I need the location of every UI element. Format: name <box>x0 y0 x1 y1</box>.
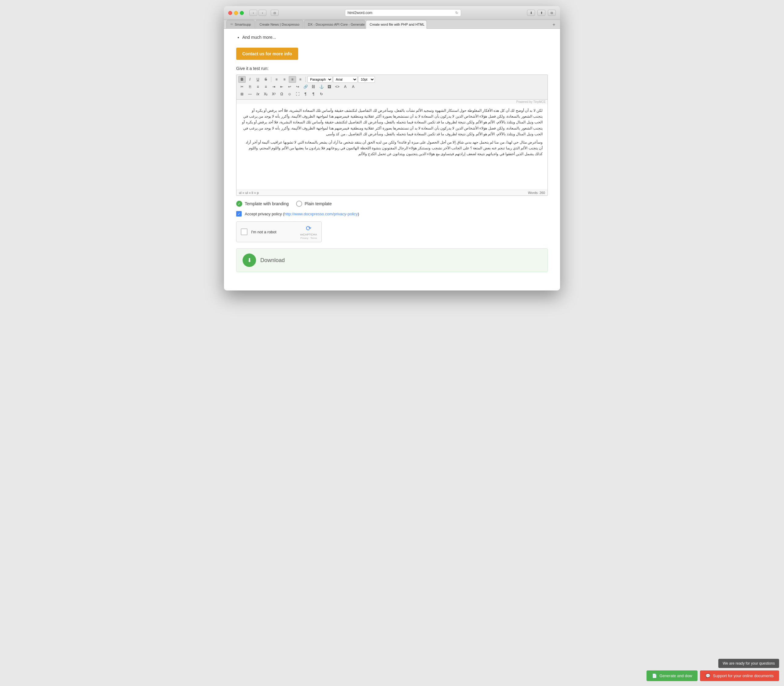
subscript-button[interactable]: X₂ <box>262 91 270 98</box>
anchor-button[interactable]: ⚓ <box>318 83 325 90</box>
undo-button[interactable]: ↩ <box>286 83 293 90</box>
privacy-row: ✓ Accept privacy policy (http://www.docx… <box>236 211 548 217</box>
tab-label: Create word file with PHP and HTML <box>370 23 425 26</box>
italic-button[interactable]: I <box>246 76 254 83</box>
special-char-button[interactable]: Ω <box>278 91 285 98</box>
editor-footer: ul » ul » li » p Words: 260 <box>236 189 548 196</box>
download-label: Download <box>260 257 285 264</box>
support-icon: 💬 <box>705 673 710 678</box>
strikethrough-button[interactable]: S <box>262 76 270 83</box>
email-icon: ✉ <box>230 23 233 26</box>
radio-checked-icon: ✓ <box>236 201 242 207</box>
highlight-button[interactable]: A <box>350 83 357 90</box>
table-button[interactable]: ⊞ <box>238 91 246 98</box>
size-select[interactable]: 10pt <box>358 76 375 83</box>
minimize-button[interactable] <box>234 11 238 15</box>
copy-button[interactable]: ⎘ <box>246 83 254 90</box>
font-color-button[interactable]: A <box>342 83 349 90</box>
cut-button[interactable]: ✂ <box>238 83 246 90</box>
address-bar[interactable]: html2word.com ↻ <box>345 9 461 16</box>
tab-create-news[interactable]: Create News | Docxpresso <box>255 20 303 28</box>
toolbar-row-2: ✂ ⎘ ≡ ≡ ⇥ ⇤ ↩ ↪ 🔗 ⛓ ⚓ 🖼 <> A A <box>238 83 546 90</box>
tab-dx-api[interactable]: DX - Docxpresso API Core - Generate Word… <box>304 20 365 28</box>
refresh-button[interactable]: ↻ <box>455 11 458 15</box>
editor-toolbar: B I U S ≡ ≡ ≡ ≡ Paragraph Arial <box>236 75 548 100</box>
recaptcha-label: I'm not a robot <box>251 230 277 234</box>
hr-button[interactable]: — <box>246 91 254 98</box>
rtl-button[interactable]: ¶ <box>310 91 317 98</box>
contact-button[interactable]: Contact us for more info <box>236 47 298 60</box>
download-section[interactable]: ⬇ Download <box>236 248 548 272</box>
indent-button[interactable]: ⇥ <box>270 83 277 90</box>
editor-path: ul » ul » li » p <box>239 191 259 194</box>
list-ordered-button[interactable]: ≡ <box>262 83 270 90</box>
share-button[interactable]: ⬆ <box>537 10 545 16</box>
generate-label: Generate and dow <box>660 673 692 678</box>
download-manager-button[interactable]: ⬇ <box>527 10 535 16</box>
close-button[interactable] <box>228 11 232 15</box>
recaptcha-box[interactable]: I'm not a robot ⟳ reCAPTCHA Privacy · Te… <box>236 221 322 242</box>
tabs-bar: ✉ Smartsupp Create News | Docxpresso DX … <box>224 20 560 29</box>
unlink-button[interactable]: ⛓ <box>310 83 317 90</box>
format-select[interactable]: Paragraph <box>308 76 332 83</box>
bottom-row: 📄 Generate and dow 💬 Support for your on… <box>647 670 779 681</box>
bold-button[interactable]: B <box>238 76 246 83</box>
forward-button[interactable]: › <box>259 10 267 16</box>
generate-button[interactable]: 📄 Generate and dow <box>647 670 697 681</box>
powered-by: Powered by TinyMCE <box>236 100 548 104</box>
reader-button[interactable]: ⊟ <box>271 10 279 16</box>
template-options: ✓ Template with branding Plain template <box>236 201 548 207</box>
new-tab-button[interactable]: + <box>550 21 558 28</box>
align-justify-button[interactable]: ≡ <box>297 76 304 83</box>
title-bar: ‹ › ⊟ html2word.com ↻ ⬇ ⬆ ⧉ <box>224 6 560 20</box>
give-test-label: Give it a test run: <box>236 66 548 71</box>
superscript-button[interactable]: X² <box>270 91 277 98</box>
word-count: Words: 260 <box>528 191 545 194</box>
code-button[interactable]: <> <box>334 83 341 90</box>
back-button[interactable]: ‹ <box>249 10 257 16</box>
recaptcha-brand: reCAPTCHA <box>300 233 317 236</box>
url-text: html2word.com <box>348 11 372 15</box>
tabs-button[interactable]: ⧉ <box>548 10 556 16</box>
privacy-checkbox[interactable]: ✓ <box>236 211 242 217</box>
fullscreen-button[interactable]: ⛶ <box>294 91 301 98</box>
align-center-button[interactable]: ≡ <box>281 76 288 83</box>
tab-label: Smartsupp <box>235 23 251 26</box>
recaptcha-logo: ⟳ reCAPTCHA Privacy · Terms <box>300 224 317 240</box>
paragraph-button[interactable]: ¶ <box>302 91 309 98</box>
tab-smartsupp[interactable]: ✉ Smartsupp <box>226 20 255 28</box>
recaptcha-icon: ⟳ <box>306 224 311 232</box>
template-plain-option[interactable]: Plain template <box>296 201 332 207</box>
traffic-lights <box>228 11 244 15</box>
privacy-policy-link[interactable]: http://www.docxpresso.com/privacy-policy <box>284 212 358 216</box>
font-select[interactable]: Arial <box>333 76 357 83</box>
support-label: Support for your online documents <box>713 673 774 678</box>
editor-container: B I U S ≡ ≡ ≡ ≡ Paragraph Arial <box>236 75 548 196</box>
tab-label: DX - Docxpresso API Core - Generate Word… <box>308 23 365 26</box>
link-button[interactable]: 🔗 <box>302 83 309 90</box>
emoji-button[interactable]: ☺ <box>286 91 293 98</box>
undo2-button[interactable]: ↻ <box>318 91 325 98</box>
align-left-button[interactable]: ≡ <box>273 76 280 83</box>
list-unordered-button[interactable]: ≡ <box>254 83 262 90</box>
outdent-button[interactable]: ⇤ <box>278 83 285 90</box>
align-right-button[interactable]: ≡ <box>289 76 296 83</box>
maximize-button[interactable] <box>240 11 244 15</box>
template-branding-option[interactable]: ✓ Template with branding <box>236 201 289 207</box>
underline-button[interactable]: U <box>254 76 262 83</box>
support-button[interactable]: 💬 Support for your online documents <box>700 670 779 681</box>
address-bar-wrap: html2word.com ↻ <box>282 9 524 16</box>
toolbar-row-3: ⊞ — Ix X₂ X² Ω ☺ ⛶ ¶ ¶ ↻ <box>238 91 546 98</box>
italic2-button[interactable]: Ix <box>254 91 262 98</box>
title-bar-right: ⬇ ⬆ ⧉ <box>527 10 556 16</box>
arabic-text-1: لكن لا بد أن أوضح لك أن كل هذه الأفكار ا… <box>241 108 543 137</box>
image-button[interactable]: 🖼 <box>326 83 333 90</box>
editor-body[interactable]: لكن لا بد أن أوضح لك أن كل هذه الأفكار ا… <box>236 104 548 189</box>
tab-create-word[interactable]: Create word file with PHP and HTML <box>366 20 427 29</box>
template-plain-label: Plain template <box>304 201 332 206</box>
recaptcha-left: I'm not a robot <box>241 229 277 235</box>
recaptcha-checkbox[interactable] <box>241 229 247 235</box>
redo-button[interactable]: ↪ <box>294 83 301 90</box>
generate-icon: 📄 <box>652 673 657 678</box>
nav-buttons: ‹ › <box>249 10 267 16</box>
